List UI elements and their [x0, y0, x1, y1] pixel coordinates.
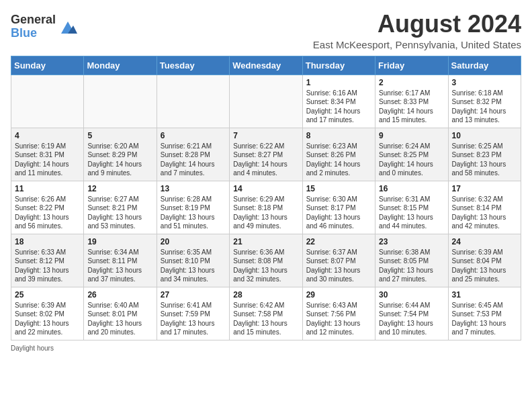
calendar-cell	[157, 75, 229, 128]
calendar-table: SundayMondayTuesdayWednesdayThursdayFrid…	[11, 56, 521, 340]
month-title: August 2024	[313, 11, 521, 38]
calendar-cell: 24Sunrise: 6:39 AMSunset: 8:04 PMDayligh…	[448, 234, 521, 287]
calendar-cell: 20Sunrise: 6:35 AMSunset: 8:10 PMDayligh…	[157, 234, 229, 287]
day-info: Sunrise: 6:33 AMSunset: 8:12 PMDaylight:…	[15, 248, 80, 284]
day-number: 10	[452, 131, 517, 140]
day-info: Sunrise: 6:39 AMSunset: 8:04 PMDaylight:…	[452, 248, 517, 284]
calendar-cell: 19Sunrise: 6:34 AMSunset: 8:11 PMDayligh…	[84, 234, 157, 287]
day-number: 11	[15, 184, 80, 193]
calendar-cell: 1Sunrise: 6:16 AMSunset: 8:34 PMDaylight…	[302, 75, 375, 128]
day-number: 1	[306, 78, 371, 87]
day-number: 2	[379, 78, 444, 87]
day-number: 31	[452, 290, 517, 300]
calendar-header-tuesday: Tuesday	[157, 56, 229, 75]
day-number: 7	[233, 131, 298, 140]
day-number: 24	[452, 237, 517, 246]
calendar-cell: 13Sunrise: 6:28 AMSunset: 8:19 PMDayligh…	[157, 181, 229, 234]
day-info: Sunrise: 6:18 AMSunset: 8:32 PMDaylight:…	[452, 89, 517, 125]
day-info: Sunrise: 6:26 AMSunset: 8:22 PMDaylight:…	[15, 195, 80, 231]
calendar-header-monday: Monday	[84, 56, 157, 75]
logo-blue: Blue	[11, 27, 56, 40]
calendar-cell: 27Sunrise: 6:41 AMSunset: 7:59 PMDayligh…	[157, 287, 229, 340]
logo: General Blue	[11, 13, 77, 40]
calendar-cell: 28Sunrise: 6:42 AMSunset: 7:58 PMDayligh…	[230, 287, 302, 340]
calendar-week-3: 11Sunrise: 6:26 AMSunset: 8:22 PMDayligh…	[11, 181, 521, 234]
day-info: Sunrise: 6:20 AMSunset: 8:29 PMDaylight:…	[87, 142, 152, 178]
day-number: 3	[452, 78, 517, 87]
calendar-cell: 31Sunrise: 6:45 AMSunset: 7:53 PMDayligh…	[448, 287, 521, 340]
calendar-week-4: 18Sunrise: 6:33 AMSunset: 8:12 PMDayligh…	[11, 234, 521, 287]
location: East McKeesport, Pennsylvania, United St…	[313, 39, 521, 50]
calendar-header-row: SundayMondayTuesdayWednesdayThursdayFrid…	[11, 56, 521, 75]
day-info: Sunrise: 6:39 AMSunset: 8:02 PMDaylight:…	[15, 301, 80, 337]
day-info: Sunrise: 6:16 AMSunset: 8:34 PMDaylight:…	[306, 89, 371, 125]
day-number: 5	[87, 131, 152, 140]
calendar-header-sunday: Sunday	[11, 56, 84, 75]
day-number: 13	[161, 184, 226, 193]
day-info: Sunrise: 6:43 AMSunset: 7:56 PMDaylight:…	[306, 301, 371, 337]
day-info: Sunrise: 6:21 AMSunset: 8:28 PMDaylight:…	[161, 142, 226, 178]
calendar-cell: 10Sunrise: 6:25 AMSunset: 8:23 PMDayligh…	[448, 128, 521, 181]
day-info: Sunrise: 6:31 AMSunset: 8:15 PMDaylight:…	[379, 195, 444, 231]
calendar-header-friday: Friday	[375, 56, 448, 75]
calendar-week-5: 25Sunrise: 6:39 AMSunset: 8:02 PMDayligh…	[11, 287, 521, 340]
day-number: 18	[15, 237, 80, 246]
logo-general: General	[11, 13, 56, 27]
day-info: Sunrise: 6:34 AMSunset: 8:11 PMDaylight:…	[87, 248, 152, 284]
day-number: 25	[15, 290, 80, 300]
daylight-note: Daylight hours	[11, 345, 521, 352]
calendar-header-thursday: Thursday	[302, 56, 375, 75]
day-number: 4	[15, 131, 80, 140]
calendar-cell: 21Sunrise: 6:36 AMSunset: 8:08 PMDayligh…	[230, 234, 302, 287]
calendar-cell: 7Sunrise: 6:22 AMSunset: 8:27 PMDaylight…	[230, 128, 302, 181]
day-info: Sunrise: 6:17 AMSunset: 8:33 PMDaylight:…	[379, 89, 444, 125]
calendar-week-2: 4Sunrise: 6:19 AMSunset: 8:31 PMDaylight…	[11, 128, 521, 181]
day-number: 26	[87, 290, 152, 300]
calendar-cell: 17Sunrise: 6:32 AMSunset: 8:14 PMDayligh…	[448, 181, 521, 234]
day-number: 19	[87, 237, 152, 246]
calendar-cell: 29Sunrise: 6:43 AMSunset: 7:56 PMDayligh…	[302, 287, 375, 340]
calendar-cell: 9Sunrise: 6:24 AMSunset: 8:25 PMDaylight…	[375, 128, 448, 181]
day-number: 28	[233, 290, 298, 300]
calendar-cell: 11Sunrise: 6:26 AMSunset: 8:22 PMDayligh…	[11, 181, 84, 234]
day-info: Sunrise: 6:42 AMSunset: 7:58 PMDaylight:…	[233, 301, 298, 337]
day-number: 29	[306, 290, 371, 300]
day-number: 12	[87, 184, 152, 193]
page-header: General Blue August 2024 East McKeesport…	[11, 11, 521, 50]
calendar-header-saturday: Saturday	[448, 56, 521, 75]
day-info: Sunrise: 6:44 AMSunset: 7:54 PMDaylight:…	[379, 301, 444, 337]
day-info: Sunrise: 6:37 AMSunset: 8:07 PMDaylight:…	[306, 248, 371, 284]
day-number: 8	[306, 131, 371, 140]
calendar-cell: 14Sunrise: 6:29 AMSunset: 8:18 PMDayligh…	[230, 181, 302, 234]
day-info: Sunrise: 6:28 AMSunset: 8:19 PMDaylight:…	[161, 195, 226, 231]
day-info: Sunrise: 6:25 AMSunset: 8:23 PMDaylight:…	[452, 142, 517, 178]
calendar-cell: 23Sunrise: 6:38 AMSunset: 8:05 PMDayligh…	[375, 234, 448, 287]
day-info: Sunrise: 6:30 AMSunset: 8:17 PMDaylight:…	[306, 195, 371, 231]
calendar-header-wednesday: Wednesday	[230, 56, 302, 75]
day-info: Sunrise: 6:38 AMSunset: 8:05 PMDaylight:…	[379, 248, 444, 284]
calendar-cell	[84, 75, 157, 128]
day-info: Sunrise: 6:40 AMSunset: 8:01 PMDaylight:…	[87, 301, 152, 337]
calendar-cell: 22Sunrise: 6:37 AMSunset: 8:07 PMDayligh…	[302, 234, 375, 287]
day-number: 21	[233, 237, 298, 246]
calendar-cell: 18Sunrise: 6:33 AMSunset: 8:12 PMDayligh…	[11, 234, 84, 287]
calendar-cell: 8Sunrise: 6:23 AMSunset: 8:26 PMDaylight…	[302, 128, 375, 181]
calendar-cell: 26Sunrise: 6:40 AMSunset: 8:01 PMDayligh…	[84, 287, 157, 340]
calendar-cell: 4Sunrise: 6:19 AMSunset: 8:31 PMDaylight…	[11, 128, 84, 181]
calendar-cell: 30Sunrise: 6:44 AMSunset: 7:54 PMDayligh…	[375, 287, 448, 340]
calendar-cell: 6Sunrise: 6:21 AMSunset: 8:28 PMDaylight…	[157, 128, 229, 181]
day-number: 27	[161, 290, 226, 300]
day-info: Sunrise: 6:23 AMSunset: 8:26 PMDaylight:…	[306, 142, 371, 178]
day-number: 23	[379, 237, 444, 246]
day-number: 20	[161, 237, 226, 246]
day-info: Sunrise: 6:27 AMSunset: 8:21 PMDaylight:…	[87, 195, 152, 231]
day-info: Sunrise: 6:24 AMSunset: 8:25 PMDaylight:…	[379, 142, 444, 178]
day-number: 15	[306, 184, 371, 193]
calendar-cell: 12Sunrise: 6:27 AMSunset: 8:21 PMDayligh…	[84, 181, 157, 234]
calendar-cell: 5Sunrise: 6:20 AMSunset: 8:29 PMDaylight…	[84, 128, 157, 181]
calendar-cell: 2Sunrise: 6:17 AMSunset: 8:33 PMDaylight…	[375, 75, 448, 128]
day-number: 14	[233, 184, 298, 193]
day-number: 17	[452, 184, 517, 193]
calendar-week-1: 1Sunrise: 6:16 AMSunset: 8:34 PMDaylight…	[11, 75, 521, 128]
calendar-cell	[11, 75, 84, 128]
